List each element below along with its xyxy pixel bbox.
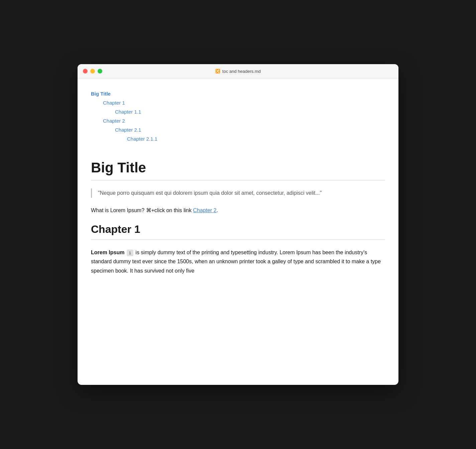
big-title-heading: Big Title: [91, 159, 385, 176]
lorem-ipsum-bold: Lorem Ipsum: [91, 250, 124, 255]
toc-chapter211[interactable]: Chapter 2.1.1: [127, 134, 385, 143]
title-divider: [91, 180, 385, 180]
chapter1-heading: Chapter 1: [91, 223, 385, 236]
traffic-lights: [83, 69, 102, 73]
chapter1-body-text: is simply dummy text of the printing and…: [91, 250, 381, 273]
close-button[interactable]: [83, 69, 88, 73]
content-area: Big Title Chapter 1 Chapter 1.1 Chapter …: [78, 79, 398, 294]
lorem-intro-suffix: .: [217, 207, 218, 213]
table-of-contents: Big Title Chapter 1 Chapter 1.1 Chapter …: [91, 89, 385, 143]
blockquote-text: "Neque porro quisquam est qui dolorem ip…: [98, 190, 322, 196]
window: 🔀 toc and headers.md Big Title Chapter 1…: [78, 64, 398, 385]
toc-chapter2[interactable]: Chapter 2: [103, 116, 385, 125]
toc-chapter21[interactable]: Chapter 2.1: [115, 125, 385, 134]
titlebar-title: 🔀 toc and headers.md: [215, 69, 261, 74]
footnote-badge[interactable]: 1: [127, 250, 133, 256]
toc-chapter11[interactable]: Chapter 1.1: [115, 107, 385, 116]
toc-big-title[interactable]: Big Title: [91, 89, 385, 98]
toc-chapter1[interactable]: Chapter 1: [103, 98, 385, 107]
chapter1-body: Lorem Ipsum 1 is simply dummy text of th…: [91, 248, 385, 275]
lorem-intro-prefix: What is Lorem Ipsum? ⌘+click on this lin…: [91, 207, 193, 213]
titlebar: 🔀 toc and headers.md: [78, 64, 398, 79]
maximize-button[interactable]: [98, 69, 102, 73]
blockquote: "Neque porro quisquam est qui dolorem ip…: [91, 188, 385, 197]
minimize-button[interactable]: [90, 69, 95, 73]
lorem-intro: What is Lorem Ipsum? ⌘+click on this lin…: [91, 206, 385, 215]
chapter2-link[interactable]: Chapter 2: [193, 207, 216, 213]
titlebar-text: toc and headers.md: [222, 69, 261, 74]
file-icon: 🔀: [215, 69, 220, 73]
chapter1-divider: [91, 240, 385, 240]
